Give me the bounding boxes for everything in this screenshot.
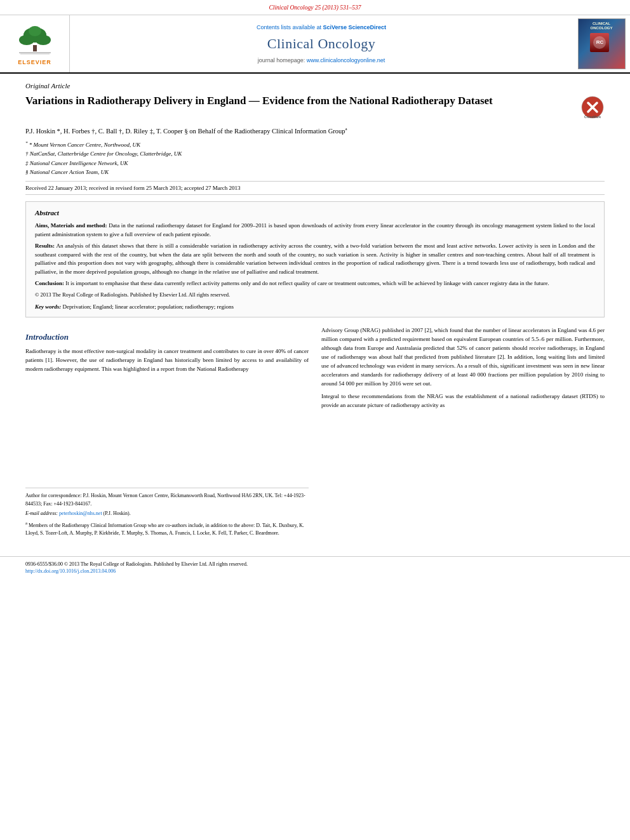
right-column: Advisory Group (NRAG) published in 2007 … xyxy=(321,326,605,537)
homepage-url[interactable]: www.clinicaloncologyonline.net xyxy=(307,57,385,63)
footnotes-left: Author for correspondence: P.J. Hoskin, … xyxy=(25,488,309,537)
svg-point-2 xyxy=(19,35,34,45)
bottom-footer: 0936-6555/$36.00 © 2013 The Royal Colleg… xyxy=(0,556,630,578)
keywords-text: Deprivation; England; linear accelerator… xyxy=(63,303,234,310)
affiliation-4: § National Cancer Action Team, UK xyxy=(25,168,605,177)
article-title: Variations in Radiotherapy Delivery in E… xyxy=(25,94,574,109)
article-title-area: Variations in Radiotherapy Delivery in E… xyxy=(25,94,605,119)
affiliation-1: * * Mount Vernon Cancer Centre, Northwoo… xyxy=(25,140,605,149)
svg-rect-4 xyxy=(33,45,37,51)
journal-cover-area: CLINICAL ONCOLOGY RC xyxy=(573,15,630,72)
footer-issn: 0936-6555/$36.00 © 2013 The Royal Colleg… xyxy=(25,561,605,568)
email-note: E-mail address: peterhoskin@nhs.net (P.J… xyxy=(25,510,309,517)
intro-paragraph-3: Integral to these recommendations from t… xyxy=(321,392,605,410)
introduction-body-right: Advisory Group (NRAG) published in 2007 … xyxy=(321,326,605,410)
authors: P.J. Hoskin *, H. Forbes †, C. Ball †, D… xyxy=(25,126,605,136)
journal-citation-bar: Clinical Oncology 25 (2013) 531–537 xyxy=(0,0,630,15)
results-label: Results: xyxy=(35,243,55,249)
publisher-logo-area: ELSEVIER xyxy=(0,15,70,72)
article-type: Original Article xyxy=(25,81,605,91)
journal-header: ELSEVIER Contents lists available at Sci… xyxy=(0,15,630,74)
abstract-title: Abstract xyxy=(35,208,595,218)
left-column: Introduction Radiotherapy is the most ef… xyxy=(25,326,309,537)
introduction-title: Introduction xyxy=(25,331,309,343)
journal-name: Clinical Oncology xyxy=(267,34,375,54)
footer-doi: http://dx.doi.org/10.1016/j.clon.2013.04… xyxy=(25,568,605,575)
conclusion-text: It is important to emphasise that these … xyxy=(65,280,549,286)
elsevier-tree-icon xyxy=(13,22,57,57)
journal-citation: Clinical Oncology 25 (2013) 531–537 xyxy=(269,4,361,11)
abstract-section: Abstract Aims, Materials and method: Dat… xyxy=(25,201,605,317)
received-dates: Received 22 January 2013; received in re… xyxy=(25,181,605,196)
journal-homepage: journal homepage: www.clinicaloncologyon… xyxy=(258,57,385,65)
doi-link[interactable]: http://dx.doi.org/10.1016/j.clon.2013.04… xyxy=(25,568,116,574)
results-text: An analysis of this dataset shows that t… xyxy=(35,243,595,275)
two-column-body: Introduction Radiotherapy is the most ef… xyxy=(0,326,630,550)
journal-title-area: Contents lists available at SciVerse Sci… xyxy=(70,15,573,72)
crossmark-badge-icon: CrossMark xyxy=(580,95,605,119)
affiliation-2: † NatCanSat, Clatterbridge Centre for On… xyxy=(25,149,605,158)
elsevier-logo: ELSEVIER xyxy=(13,22,57,67)
svg-point-3 xyxy=(36,35,51,45)
aims-text: Data in the national radiotherapy datase… xyxy=(35,222,595,237)
introduction-body-left: Radiotherapy is the most effective non-s… xyxy=(25,347,309,374)
copyright-line: © 2013 The Royal College of Radiologists… xyxy=(35,291,595,299)
conclusion-label: Conclusion: xyxy=(35,280,64,286)
sciverse-text: Contents lists available at SciVerse Sci… xyxy=(257,23,386,32)
email-link[interactable]: peterhoskin@nhs.net xyxy=(59,510,102,516)
journal-cover-image: CLINICAL ONCOLOGY RC xyxy=(578,18,626,69)
keywords: Key words: Deprivation; England; linear … xyxy=(35,303,595,311)
article-content: Original Article Variations in Radiother… xyxy=(0,74,630,317)
svg-point-5 xyxy=(29,26,41,36)
intro-paragraph-2: Advisory Group (NRAG) published in 2007 … xyxy=(321,326,605,389)
sciverse-link[interactable]: SciVerse ScienceDirect xyxy=(323,24,387,30)
affiliations: * * Mount Vernon Cancer Centre, Northwoo… xyxy=(25,140,605,177)
members-note: a Members of the Radiotherapy Clinical I… xyxy=(25,520,309,537)
page: Clinical Oncology 25 (2013) 531–537 xyxy=(0,0,630,840)
elsevier-label: ELSEVIER xyxy=(18,58,51,67)
abstract-text: Aims, Materials and method: Data in the … xyxy=(35,222,595,288)
keywords-label: Key words: xyxy=(35,303,61,310)
intro-paragraph-1: Radiotherapy is the most effective non-s… xyxy=(25,347,309,374)
affiliation-3: ‡ National Cancer Intelligence Network, … xyxy=(25,159,605,168)
svg-text:CrossMark: CrossMark xyxy=(584,115,601,119)
author-correspondence-note: Author for correspondence: P.J. Hoskin, … xyxy=(25,492,309,508)
aims-label: Aims, Materials and method: xyxy=(35,222,107,229)
